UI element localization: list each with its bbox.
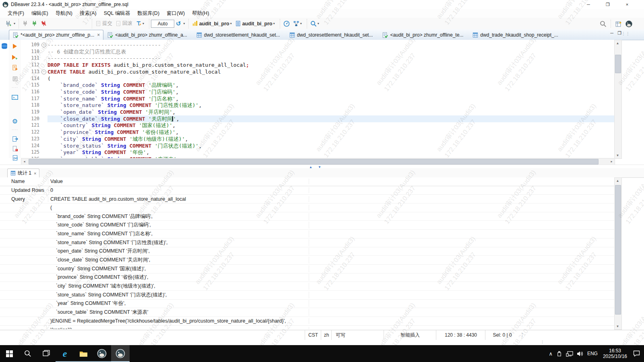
table-row[interactable]: Updated Rows0	[0, 186, 614, 195]
menu-item-3[interactable]: 搜索(A)	[76, 9, 100, 18]
open-view-button[interactable]: ✦	[614, 20, 623, 28]
close-tab-icon[interactable]: ×	[34, 171, 36, 176]
code-line[interactable]: `close_date` String COMMENT '关店时间',	[47, 116, 179, 123]
close-tab-icon[interactable]: ×	[97, 32, 100, 38]
code-area[interactable]: -------------------------------------- 6…	[47, 40, 614, 158]
table-row[interactable]: '{replica}')	[0, 326, 614, 329]
code-line[interactable]: `open_date` String COMMENT '开店时间',	[47, 109, 175, 116]
code-line[interactable]: ------------------------------------	[47, 55, 161, 62]
reconnect-icon[interactable]	[30, 20, 39, 27]
sql-editor[interactable]: 109−110111112113−11411511611711811912012…	[21, 40, 614, 158]
code-line[interactable]: `year` String COMMENT '年份',	[47, 149, 149, 156]
code-line[interactable]: `country` String COMMENT '国家(描述)',	[47, 122, 175, 129]
fold-collapse-icon[interactable]: −	[41, 70, 46, 74]
table-row[interactable]: `store_nature` String COMMENT '门店性质(描述)'…	[0, 239, 614, 247]
new-connection-button[interactable]: +	[4, 20, 12, 28]
topology-button[interactable]: ▾	[292, 20, 303, 28]
transaction-log-button[interactable]: ↺	[175, 19, 182, 28]
code-line[interactable]: -- 6 创建自定义门店性质汇总表	[47, 49, 126, 56]
code-line[interactable]: `store_nature` String COMMENT '门店性质(描述)'…	[47, 102, 202, 109]
start-button[interactable]	[0, 345, 19, 362]
statistics-tab[interactable]: 统计 1 ×	[7, 169, 39, 177]
commit-button[interactable]: 提交	[94, 19, 114, 28]
dbeaver-taskbar-icon-active[interactable]	[111, 345, 130, 362]
execute-new-tab-icon[interactable]: +	[11, 53, 19, 61]
input-language-indicator[interactable]: ENG	[587, 351, 598, 356]
code-line[interactable]: `city` String COMMENT '城市(地级市)(描述)',	[47, 136, 188, 143]
menu-item-1[interactable]: 编辑(E)	[28, 9, 52, 18]
dashboard-button[interactable]	[282, 20, 291, 28]
usb-tray-icon[interactable]	[556, 351, 562, 357]
tab-overflow-icon[interactable]: ⋮⋮	[621, 31, 630, 36]
catalog-selector[interactable]: audit_bi_pro ▾	[191, 20, 233, 27]
table-row[interactable]: `city` String COMMENT '城市(地级市)(描述)',	[0, 282, 614, 291]
table-row[interactable]: `store_name` String COMMENT '门店名称',	[0, 230, 614, 239]
export-result-icon[interactable]	[11, 135, 19, 143]
table-row[interactable]: `country` String COMMENT '国家(描述)',	[0, 265, 614, 274]
editor-tab-1[interactable]: <audit_bi_pro> zhumr_offline_a...	[103, 30, 193, 40]
code-line[interactable]: `store_code` String COMMENT '门店编码',	[47, 89, 179, 96]
explain-plan-icon[interactable]	[11, 75, 19, 83]
network-tray-icon[interactable]	[566, 351, 573, 357]
taskbar-clock[interactable]: 16:53 2025/10/16	[603, 348, 627, 359]
editor-tab-0[interactable]: *<audit_bi_pro> zhumr_offline_p...×	[9, 30, 103, 40]
table-row[interactable]: QueryCREATE TABLE audit_bi_pro.custom_st…	[0, 195, 614, 204]
action-center-icon[interactable]	[633, 350, 640, 357]
table-row[interactable]: `source_table` String COMMENT '来源表'	[0, 308, 614, 317]
table-row[interactable]: `province` String COMMENT '省份(描述)',	[0, 274, 614, 282]
tray-chevron-icon[interactable]: ∧	[549, 351, 553, 357]
task-view-icon[interactable]	[37, 345, 56, 362]
dbeaver-taskbar-icon[interactable]	[93, 345, 111, 362]
execute-statement-icon[interactable]	[11, 42, 19, 50]
table-row[interactable]: )ENGINE = ReplicatedMergeTree('/clickhou…	[0, 317, 614, 326]
dbeaver-logo-icon[interactable]	[624, 19, 634, 29]
search-icon[interactable]	[599, 20, 608, 28]
abort-connection-icon[interactable]	[39, 20, 48, 27]
schema-selector[interactable]: audit_bi_pro ▾	[234, 20, 276, 27]
editor-vertical-scrollbar[interactable]: ▲ ▼	[614, 40, 622, 159]
editor-settings-gear-icon[interactable]: ⚙	[11, 117, 19, 125]
connection-caret-icon[interactable]: ▾	[14, 22, 15, 25]
menu-item-5[interactable]: 数据库(D)	[134, 9, 163, 18]
open-terminal-icon[interactable]: >_	[11, 93, 19, 101]
menu-item-7[interactable]: 帮助(H)	[188, 9, 213, 18]
code-line[interactable]: `province` String COMMENT '省份(描述)',	[47, 129, 179, 136]
menu-item-4[interactable]: SQL 编辑器	[100, 9, 134, 18]
results-vertical-scrollbar[interactable]: ▲ ▼	[614, 177, 622, 330]
file-explorer-icon[interactable]	[74, 345, 93, 362]
minimize-button[interactable]: ─	[579, 0, 598, 9]
internet-explorer-icon[interactable]: e	[56, 345, 74, 362]
code-line[interactable]: `brand_code` String COMMENT '品牌编码',	[47, 82, 179, 89]
code-line[interactable]: CREATE TABLE audit_bi_pro.custom_store_n…	[47, 69, 221, 76]
status-overflow-icon[interactable]: ⋮	[519, 330, 526, 340]
code-line[interactable]: (	[47, 76, 51, 82]
volume-tray-icon[interactable]	[577, 351, 584, 357]
code-line[interactable]: ------------------------------------	[47, 42, 161, 49]
menu-item-6[interactable]: 窗口(W)	[163, 9, 188, 18]
commit-mode-combo[interactable]: Auto	[151, 20, 174, 28]
fold-collapse-icon[interactable]: −	[41, 43, 46, 47]
table-row[interactable]: (	[0, 204, 614, 212]
code-line[interactable]: `store_name` String COMMENT '门店名称',	[47, 96, 179, 103]
menu-item-2[interactable]: 导航(N)	[52, 9, 76, 18]
editor-tab-3[interactable]: dwd_storesettlement_hkaudit_set...	[286, 30, 379, 40]
table-row[interactable]: `close_date` String COMMENT '关店时间',	[0, 256, 614, 265]
editor-tab-5[interactable]: dwd_trade_hkaudit_shop_receipt_...	[469, 30, 564, 40]
rollback-button[interactable]: 回滚	[114, 19, 134, 28]
column-header-name[interactable]: Name	[0, 179, 48, 184]
table-row[interactable]: `brand_code` String COMMENT '品牌编码',	[0, 212, 614, 221]
editor-tab-4[interactable]: <audit_bi_pro> zhumr_offline_te...	[378, 30, 469, 40]
code-line[interactable]: `store_status` String COMMENT '门店状态(描述)'…	[47, 143, 202, 150]
status-caret-position[interactable]: 120 : 38 : 4430	[436, 330, 485, 340]
transaction-mode-button[interactable]: ▾	[134, 20, 145, 27]
editor-tab-2[interactable]: dwd_storesettlement_hkaudit_set...	[193, 30, 286, 40]
code-line[interactable]: DROP TABLE IF EXISTS audit_bi_pro.custom…	[47, 62, 249, 69]
table-row[interactable]: `store_code` String COMMENT '门店编码',	[0, 221, 614, 230]
save-report-icon[interactable]: !	[11, 144, 19, 152]
table-row[interactable]: `open_date` String COMMENT '开店时间',	[0, 247, 614, 256]
statistics-grid[interactable]: NameValueUpdated Rows0QueryCREATE TABLE …	[0, 177, 614, 329]
panel-minimize-icon[interactable]: ─	[610, 31, 613, 36]
sql-search-button[interactable]: ▾	[309, 20, 320, 28]
script-output-icon[interactable]: (ω)	[11, 154, 19, 162]
table-row[interactable]: `store_status` String COMMENT '门店状态(描述)'…	[0, 291, 614, 300]
